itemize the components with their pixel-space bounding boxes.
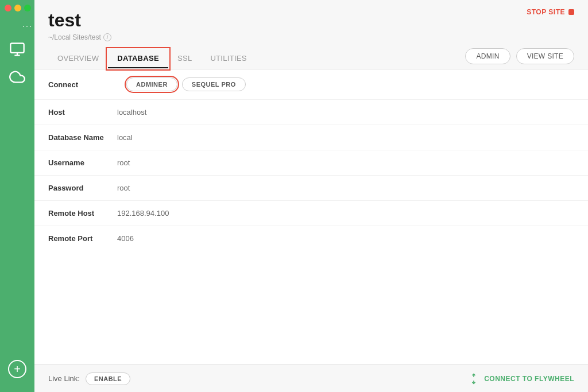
maximize-button[interactable] [24,5,31,11]
tab-utilities[interactable]: UTILITIES [201,49,256,68]
main-content: STOP SITE test ~/Local Sites/test i OVER… [34,0,588,392]
flywheel-icon [468,373,479,385]
tab-overview[interactable]: OVERVIEW [48,49,108,68]
minimize-button[interactable] [14,5,21,11]
db-name-value: local [117,133,133,142]
remote-host-value: 192.168.94.100 [117,209,169,218]
sidebar-collapse-icon[interactable]: ⋯ [22,20,34,32]
admin-button[interactable]: ADMIN [465,48,510,64]
db-name-row: Database Name local [34,125,588,150]
close-button[interactable] [5,5,11,11]
topbar: STOP SITE test ~/Local Sites/test i [34,0,588,41]
tabs-bar: OVERVIEW DATABASE SSL UTILITIES ADMIN VI… [34,41,588,69]
connect-flywheel-button[interactable]: CONNECT TO FLYWHEEL [468,373,574,385]
site-path-text: ~/Local Sites/test [48,33,101,41]
remote-host-row: Remote Host 192.168.94.100 [34,201,588,226]
username-value: root [117,158,130,167]
live-link-section: Live Link: ENABLE [48,372,130,385]
site-title: test [48,9,574,31]
remote-port-value: 4006 [117,234,134,243]
connect-row: Connect ADMINER SEQUEL PRO [34,69,588,100]
info-icon[interactable]: i [103,33,111,41]
host-row: Host localhost [34,100,588,125]
username-row: Username root [34,150,588,176]
add-site-button[interactable]: + [8,360,26,378]
sites-icon[interactable] [6,38,29,61]
connect-buttons: ADMINER SEQUEL PRO [126,77,246,91]
tab-ssl[interactable]: SSL [168,49,201,68]
svg-rect-0 [10,44,24,53]
sidebar: ⋯ + [0,0,34,392]
tab-actions: ADMIN VIEW SITE [465,48,574,69]
view-site-button[interactable]: VIEW SITE [516,48,574,64]
remote-port-label: Remote Port [48,234,117,243]
tab-database[interactable]: DATABASE [108,49,168,68]
site-path: ~/Local Sites/test i [48,33,574,41]
live-link-label: Live Link: [48,374,80,383]
traffic-lights [0,5,33,11]
enable-button[interactable]: ENABLE [86,372,130,385]
bottom-bar: Live Link: ENABLE CONNECT TO FLYWHEEL [34,364,588,392]
stop-dot-icon [568,9,574,15]
tabs: OVERVIEW DATABASE SSL UTILITIES [48,49,256,68]
sequel-pro-button[interactable]: SEQUEL PRO [182,77,246,91]
password-value: root [117,184,130,192]
host-label: Host [48,108,117,117]
cloud-icon[interactable] [6,65,29,88]
connect-flywheel-label: CONNECT TO FLYWHEEL [484,375,574,383]
topbar-actions: STOP SITE [527,8,574,16]
stop-site-label: STOP SITE [527,8,565,16]
password-row: Password root [34,176,588,201]
adminer-button[interactable]: ADMINER [126,77,177,91]
database-content: Connect ADMINER SEQUEL PRO Host localhos… [34,69,588,364]
connect-label: Connect [48,80,117,89]
host-value: localhost [117,108,146,117]
db-name-label: Database Name [48,133,117,142]
remote-host-label: Remote Host [48,209,117,218]
stop-site-button[interactable]: STOP SITE [527,8,574,16]
remote-port-row: Remote Port 4006 [34,226,588,251]
username-label: Username [48,158,117,167]
password-label: Password [48,184,117,192]
